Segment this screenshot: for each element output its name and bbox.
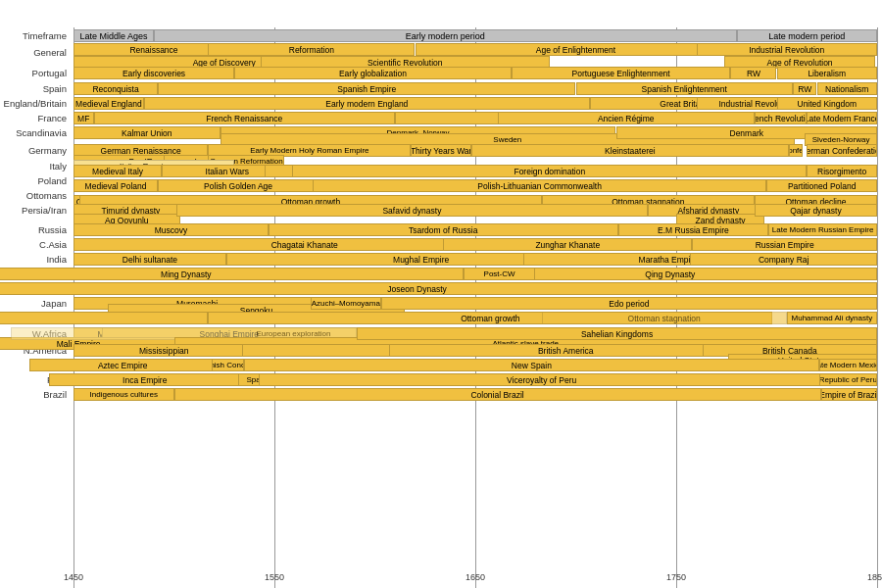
timeline-bar: Zunghar Khanate: [443, 238, 692, 251]
timeline-bar: Portuguese Enlightenment: [512, 67, 730, 79]
timeline-bar: Medieval Italy: [74, 165, 162, 177]
timeline-bar: Age of Enlightenment: [416, 43, 737, 56]
row-label: Scandinavia: [0, 127, 71, 138]
timeline-bar: Sahelian Kingdoms: [357, 327, 877, 340]
row-label: Japan: [0, 298, 71, 309]
timeline-bar: Medieval England: [74, 97, 144, 110]
row-label: France: [0, 113, 71, 123]
timeline-bar: Safavid dynasty: [176, 204, 649, 217]
row-label: Germany: [0, 145, 71, 156]
timeline-bar: Early globalization: [234, 67, 512, 79]
row-label: Spain: [0, 83, 71, 94]
timeline-bar: Polish Golden Age: [158, 179, 318, 192]
timeline-bar: Late Modern Russian Empire: [768, 223, 877, 236]
row-label: General: [0, 47, 71, 58]
timeline-bar: Post-CW: [464, 268, 536, 280]
timeline-bar: Mamluks: [0, 312, 208, 324]
timeline-bar: Mississippian: [74, 344, 255, 357]
timeline-bar: Edo period: [381, 297, 877, 310]
tick-label: 1450: [64, 572, 83, 582]
row-label: India: [0, 254, 71, 265]
timeline-bar: Azuchi–Momoyama: [311, 297, 381, 310]
row-label: Persia/Iran: [0, 205, 71, 216]
timeline-bar: Aztec Empire: [29, 359, 217, 371]
timeline-bar: Kalmar Union: [74, 126, 220, 139]
timeline-bar: Early modern England: [144, 97, 590, 110]
timeline-bar: Russian Empire: [692, 238, 877, 251]
timeline-bar: Kleinstaaterei: [471, 144, 789, 157]
timeline-bar: Viceroyalty of Peru: [259, 373, 825, 386]
timeline-bar: Foreign domination: [292, 165, 807, 177]
timeline-bar: Late Modern France: [807, 112, 877, 124]
timeline-bar: Indigenous cultures: [74, 388, 174, 401]
timeline-bar: Tsardom of Russia: [269, 223, 618, 236]
timeline-bar: Reformation: [208, 43, 415, 56]
timeline-bar: Industrial Revolution: [697, 43, 878, 56]
row-label: C.Asia: [0, 239, 71, 250]
tick-label: 1650: [466, 572, 485, 582]
timeline-bar: United Kingdom: [777, 97, 878, 110]
row-label: England/Britain: [0, 98, 71, 109]
timeline-bar: Delhi sultanate: [74, 253, 226, 266]
timeline-bar: Company Raj: [690, 253, 877, 266]
row-label: Italy: [0, 161, 71, 172]
timeline-bar: Polish-Lithuanian Commonwealth: [313, 179, 766, 192]
timeline-bar: Spanish Enlightenment: [576, 82, 793, 95]
timeline-bar: Republic of Peru: [819, 373, 877, 386]
row-label: Russia: [0, 224, 71, 235]
timeline-bar: Ottoman stagnation: [542, 312, 787, 324]
timeline-bar: Empire of Brazil: [821, 388, 877, 401]
timeline-bar: Joseon Dynasty: [0, 282, 877, 295]
timeline-bar: Late modern period: [737, 29, 878, 42]
timeline-bar: Reconquista: [74, 82, 158, 95]
tick-label: 1850: [867, 572, 882, 582]
timeline-bar: Nationalism: [817, 82, 878, 95]
timeline-bar: British America: [389, 344, 743, 357]
timeline-bar: Medieval Poland: [74, 179, 158, 192]
timeline-bar: Spanish Empire: [158, 82, 575, 95]
timeline-bar: Inca Empire: [49, 373, 240, 386]
row-label: Brazil: [0, 389, 71, 400]
timeline-bar: French Revolution: [755, 112, 807, 124]
timeline-bar: Ancien Régime: [498, 112, 755, 124]
timeline-bar: Qajar dynasty: [755, 204, 877, 217]
row-label: Timeframe: [0, 30, 71, 41]
timeline-bar: Rhine Confederation: [789, 144, 803, 157]
timeline-bar: Risorgimento: [807, 165, 877, 177]
timeline-bar: RW: [730, 67, 776, 79]
timeline-bar: Muhammad Ali dynasty: [787, 312, 877, 324]
timeline-bar: New Spain: [244, 359, 818, 371]
row-label: Poland: [0, 175, 71, 186]
tick-label: 1550: [265, 572, 284, 582]
timeline-bar: German Confederation: [807, 144, 877, 157]
timeline-bar: Liberalism: [777, 67, 878, 79]
timeline-chart: TimeframeGeneralPortugalSpainEngland/Bri…: [0, 0, 882, 588]
timeline-bar: Late Middle Ages: [74, 29, 154, 42]
tick-label: 1750: [666, 572, 686, 582]
timeline-bar: Muscovy: [74, 223, 269, 236]
timeline-bar: Early discoveries: [74, 67, 234, 79]
timeline-bar: Late Modern Mexico: [819, 359, 877, 371]
timeline-bar: E.M Russia Empire: [618, 223, 769, 236]
timeline-bar: Spanish Conquest: [212, 359, 244, 371]
timeline-bar: Colonial Brazil: [174, 388, 821, 401]
timeline-bar: Ming Dynasty: [0, 268, 464, 280]
timeline-bar: French Renaissance: [94, 112, 396, 124]
row-label: Ottomans: [0, 190, 71, 201]
timeline-bar: Early modern period: [154, 29, 737, 42]
row-label: Portugal: [0, 68, 71, 78]
timeline-bar: RW: [793, 82, 817, 95]
timeline-bar: MF: [74, 112, 94, 124]
timeline-bar: Partitioned Poland: [766, 179, 877, 192]
timeline-bar: Thirty Years War: [411, 144, 471, 157]
